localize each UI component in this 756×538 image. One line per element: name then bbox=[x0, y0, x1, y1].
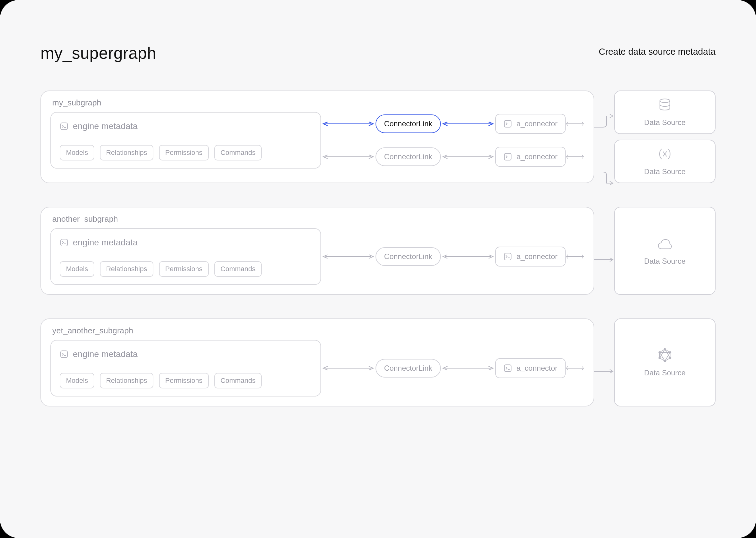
chip-commands: Commands bbox=[214, 145, 262, 160]
subgraph-name: yet_another_subgraph bbox=[50, 326, 584, 336]
link-arrow-icon bbox=[566, 364, 584, 372]
link-arrow-icon bbox=[566, 253, 584, 260]
link-arrow-icon bbox=[441, 153, 495, 160]
diagram-canvas: my_supergraph Create data source metadat… bbox=[0, 0, 756, 538]
link-arrow-icon bbox=[321, 364, 376, 372]
chip-models: Models bbox=[60, 261, 94, 277]
terminal-icon bbox=[60, 350, 69, 358]
cloud-icon bbox=[658, 236, 672, 251]
a-connector-box: a_connector bbox=[495, 246, 566, 266]
chip-commands: Commands bbox=[214, 261, 262, 277]
data-source-column: Data Source bbox=[594, 318, 716, 406]
data-source-column: Data Source Data Source bbox=[594, 90, 716, 183]
terminal-icon bbox=[503, 252, 512, 261]
connector-link-pill: ConnectorLink bbox=[376, 147, 441, 166]
chip-relationships: Relationships bbox=[100, 373, 153, 388]
link-arrow-icon bbox=[321, 153, 376, 160]
a-connector-label: a_connector bbox=[516, 364, 557, 373]
chip-relationships: Relationships bbox=[100, 145, 153, 160]
subgraph-name: my_subgraph bbox=[50, 98, 584, 108]
chip-row: Models Relationships Permissions Command… bbox=[60, 261, 312, 277]
a-connector-label: a_connector bbox=[516, 152, 557, 161]
engine-metadata-box: engine metadata Models Relationships Per… bbox=[50, 112, 321, 169]
supergraph-title: my_supergraph bbox=[40, 43, 156, 63]
subgraph-box: yet_another_subgraph engine metadata Mod… bbox=[40, 318, 594, 406]
connector-link-pill: ConnectorLink bbox=[376, 247, 441, 266]
data-source-label: Data Source bbox=[644, 257, 685, 266]
link-arrow-icon bbox=[441, 253, 495, 260]
link-arrow-icon bbox=[441, 364, 495, 372]
terminal-icon bbox=[503, 119, 512, 128]
chip-commands: Commands bbox=[214, 373, 262, 388]
engine-metadata-label: engine metadata bbox=[73, 238, 138, 247]
chip-permissions: Permissions bbox=[159, 145, 209, 160]
link-arrow-icon bbox=[321, 120, 376, 128]
connector-lane: ConnectorLink a_connector bbox=[321, 114, 584, 134]
subgraph-row: another_subgraph engine metadata Models … bbox=[40, 207, 716, 295]
data-source-column: Data Source bbox=[594, 207, 716, 295]
link-arrow-icon bbox=[441, 120, 495, 128]
graphql-icon bbox=[658, 348, 672, 362]
step-subtitle: Create data source metadata bbox=[599, 43, 716, 57]
a-connector-box: a_connector bbox=[495, 114, 566, 134]
connector-lane: ConnectorLink a_connector bbox=[321, 147, 584, 167]
database-icon bbox=[658, 98, 672, 112]
data-source-box: Data Source bbox=[614, 139, 716, 183]
connector-link-pill: ConnectorLink bbox=[376, 114, 441, 133]
chip-row: Models Relationships Permissions Command… bbox=[60, 145, 312, 160]
connector-link-pill: ConnectorLink bbox=[376, 359, 441, 378]
engine-metadata-label: engine metadata bbox=[73, 349, 138, 359]
connector-lane: ConnectorLink a_connector bbox=[321, 246, 584, 266]
chip-relationships: Relationships bbox=[100, 261, 153, 277]
subgraph-box: another_subgraph engine metadata Models … bbox=[40, 207, 594, 295]
variable-icon bbox=[658, 147, 672, 161]
subgraph-name: another_subgraph bbox=[50, 214, 584, 224]
a-connector-box: a_connector bbox=[495, 147, 566, 167]
chip-permissions: Permissions bbox=[159, 261, 209, 277]
subgraph-row: yet_another_subgraph engine metadata Mod… bbox=[40, 318, 716, 406]
a-connector-box: a_connector bbox=[495, 358, 566, 378]
subgraph-row: my_subgraph engine metadata Models Relat… bbox=[40, 90, 716, 183]
engine-metadata-box: engine metadata Models Relationships Per… bbox=[50, 228, 321, 285]
link-arrow-icon bbox=[321, 253, 376, 260]
data-source-label: Data Source bbox=[644, 167, 685, 176]
subgraph-box: my_subgraph engine metadata Models Relat… bbox=[40, 90, 594, 183]
a-connector-label: a_connector bbox=[516, 252, 557, 261]
data-source-label: Data Source bbox=[644, 368, 685, 377]
chip-models: Models bbox=[60, 145, 94, 160]
terminal-icon bbox=[60, 122, 69, 131]
chip-row: Models Relationships Permissions Command… bbox=[60, 373, 312, 388]
subgraph-rows: my_subgraph engine metadata Models Relat… bbox=[40, 90, 716, 406]
header: my_supergraph Create data source metadat… bbox=[40, 43, 716, 63]
a-connector-label: a_connector bbox=[516, 119, 557, 128]
link-arrow-icon bbox=[566, 153, 584, 160]
data-source-box: Data Source bbox=[614, 318, 716, 406]
data-source-label: Data Source bbox=[644, 118, 685, 127]
data-source-box: Data Source bbox=[614, 207, 716, 295]
engine-metadata-box: engine metadata Models Relationships Per… bbox=[50, 340, 321, 397]
terminal-icon bbox=[503, 152, 512, 161]
terminal-icon bbox=[60, 238, 69, 247]
data-source-box: Data Source bbox=[614, 90, 716, 134]
terminal-icon bbox=[503, 364, 512, 373]
chip-models: Models bbox=[60, 373, 94, 388]
link-arrow-icon bbox=[566, 120, 584, 128]
chip-permissions: Permissions bbox=[159, 373, 209, 388]
connector-lane: ConnectorLink a_connector bbox=[321, 358, 584, 378]
engine-metadata-label: engine metadata bbox=[73, 121, 138, 131]
